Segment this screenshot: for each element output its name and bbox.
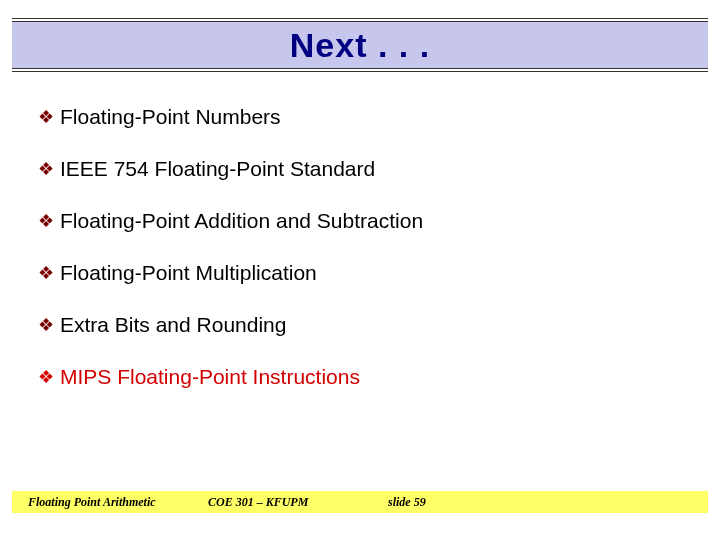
list-item: ❖ Floating-Point Multiplication	[38, 261, 690, 285]
bullet-label: IEEE 754 Floating-Point Standard	[60, 157, 375, 181]
bullet-list: ❖ Floating-Point Numbers ❖ IEEE 754 Floa…	[38, 105, 690, 417]
bullet-label: Floating-Point Addition and Subtraction	[60, 209, 423, 233]
list-item: ❖ Floating-Point Addition and Subtractio…	[38, 209, 690, 233]
diamond-bullet-icon: ❖	[38, 368, 54, 386]
title-bar: Next . . .	[12, 18, 708, 72]
bullet-label: Floating-Point Multiplication	[60, 261, 317, 285]
slide-title: Next . . .	[290, 26, 430, 65]
diamond-bullet-icon: ❖	[38, 160, 54, 178]
list-item: ❖ Extra Bits and Rounding	[38, 313, 690, 337]
bullet-label: Floating-Point Numbers	[60, 105, 281, 129]
diamond-bullet-icon: ❖	[38, 212, 54, 230]
diamond-bullet-icon: ❖	[38, 108, 54, 126]
bullet-label: MIPS Floating-Point Instructions	[60, 365, 360, 389]
list-item: ❖ MIPS Floating-Point Instructions	[38, 365, 690, 389]
footer-topic: Floating Point Arithmetic	[28, 495, 208, 510]
footer-slide-number: slide 59	[388, 495, 426, 510]
list-item: ❖ Floating-Point Numbers	[38, 105, 690, 129]
footer-course: COE 301 – KFUPM	[208, 495, 388, 510]
footer-bar: Floating Point Arithmetic COE 301 – KFUP…	[12, 491, 708, 513]
bullet-label: Extra Bits and Rounding	[60, 313, 286, 337]
list-item: ❖ IEEE 754 Floating-Point Standard	[38, 157, 690, 181]
diamond-bullet-icon: ❖	[38, 316, 54, 334]
diamond-bullet-icon: ❖	[38, 264, 54, 282]
